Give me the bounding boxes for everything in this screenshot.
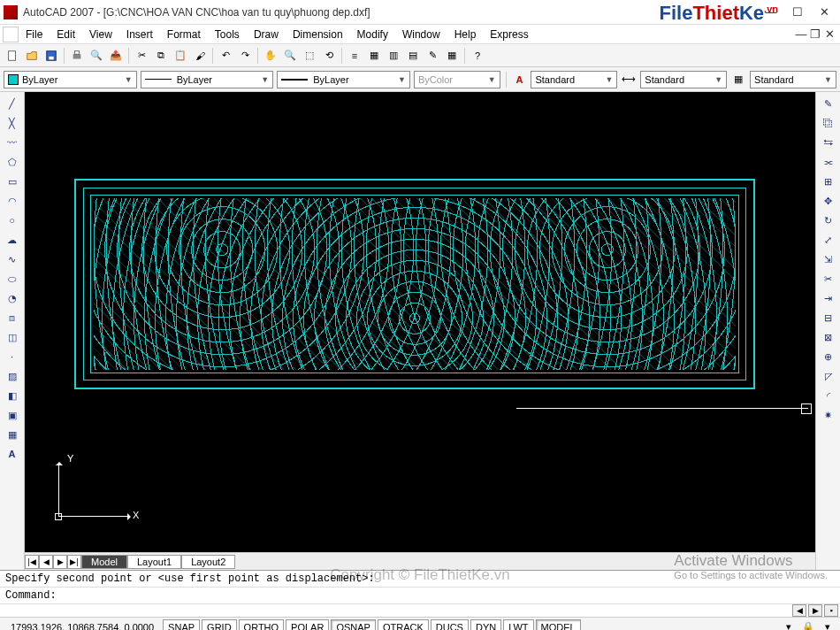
tab-model[interactable]: Model [81, 555, 127, 569]
app-menu-icon[interactable] [3, 27, 19, 42]
rectangle-icon[interactable]: ▭ [4, 173, 21, 189]
cmd-scroll-right[interactable]: ▶ [808, 604, 822, 617]
menu-window[interactable]: Window [395, 27, 447, 42]
doc-close-button[interactable]: ✕ [824, 29, 835, 40]
status-annotation-icon[interactable]: ▾ [780, 618, 798, 631]
status-toggle-grid[interactable]: GRID [202, 619, 237, 631]
tab-nav-next[interactable]: ▶ [53, 555, 67, 569]
line-icon[interactable]: ╱ [4, 96, 21, 111]
join-icon[interactable]: ⊕ [820, 349, 837, 365]
doc-restore-button[interactable]: ❐ [810, 29, 821, 40]
explode-icon[interactable]: ✷ [820, 407, 837, 423]
move-icon[interactable]: ✥ [820, 193, 837, 209]
new-icon[interactable] [4, 47, 21, 65]
tool-palettes-icon[interactable]: ▥ [385, 47, 402, 65]
dimstyle-combo[interactable]: Standard ▼ [640, 71, 727, 88]
pan-icon[interactable]: ✋ [262, 47, 279, 65]
menu-help[interactable]: Help [447, 27, 484, 42]
markup-icon[interactable]: ✎ [424, 47, 441, 65]
tablestyle-icon[interactable]: ▦ [730, 71, 746, 88]
fillet-icon[interactable]: ◜ [820, 388, 837, 403]
menu-draw[interactable]: Draw [247, 27, 286, 42]
status-toggle-ducs[interactable]: DUCS [431, 619, 469, 631]
menu-dimension[interactable]: Dimension [286, 27, 350, 42]
menu-format[interactable]: Format [160, 27, 208, 42]
polyline-icon[interactable]: 〰 [4, 134, 21, 150]
dimstyle-icon[interactable]: ⟷ [621, 71, 637, 88]
status-toggle-ortho[interactable]: ORTHO [239, 619, 285, 631]
menu-express[interactable]: Express [483, 27, 535, 42]
cmd-scroll-left[interactable]: ◀ [792, 604, 806, 617]
coordinate-readout[interactable]: 17993.1926, 10868.7584, 0.0000 [4, 622, 161, 631]
design-center-icon[interactable]: ▦ [365, 47, 383, 65]
zoom-previous-icon[interactable]: ⟲ [320, 47, 338, 65]
region-icon[interactable]: ▣ [4, 407, 21, 423]
minimize-button[interactable]: — [766, 7, 776, 18]
menu-edit[interactable]: Edit [50, 27, 82, 42]
status-tray-icon[interactable]: ▾ [819, 618, 836, 631]
textstyle-icon[interactable]: A [512, 71, 528, 88]
menu-file[interactable]: File [19, 27, 50, 42]
tab-layout2[interactable]: Layout2 [181, 555, 235, 569]
extend-icon[interactable]: ⇥ [820, 290, 837, 306]
spline-icon[interactable]: ∿ [4, 251, 21, 267]
polygon-icon[interactable]: ⬠ [4, 154, 21, 170]
match-prop-icon[interactable]: 🖌 [191, 47, 209, 65]
mtext-icon[interactable]: A [4, 446, 21, 462]
insert-block-icon[interactable]: ⧈ [4, 310, 21, 326]
plot-preview-icon[interactable]: 🔍 [88, 47, 105, 65]
ellipse-arc-icon[interactable]: ◔ [4, 290, 21, 306]
trim-icon[interactable]: ✂ [820, 271, 837, 287]
tab-nav-first[interactable]: |◀ [25, 555, 39, 569]
publish-icon[interactable]: 📤 [107, 47, 125, 65]
menu-view[interactable]: View [82, 27, 119, 42]
rotate-icon[interactable]: ↻ [820, 212, 837, 228]
hatch-icon[interactable]: ▨ [4, 368, 21, 384]
paste-icon[interactable]: 📋 [172, 47, 189, 65]
gradient-icon[interactable]: ◧ [4, 388, 21, 403]
status-toggle-lwt[interactable]: LWT [503, 619, 533, 631]
undo-icon[interactable]: ↶ [217, 47, 234, 65]
command-prompt[interactable]: Command: [0, 588, 840, 604]
stretch-icon[interactable]: ⇲ [820, 251, 837, 267]
tablestyle-combo[interactable]: Standard ▼ [750, 71, 836, 88]
tab-layout1[interactable]: Layout1 [127, 555, 181, 569]
quickcalc-icon[interactable]: ▦ [443, 47, 461, 65]
menu-tools[interactable]: Tools [208, 27, 247, 42]
mirror-icon[interactable]: ⮀ [820, 134, 837, 150]
status-toggle-dyn[interactable]: DYN [470, 619, 501, 631]
offset-icon[interactable]: ⫘ [820, 154, 837, 170]
status-toggle-otrack[interactable]: OTRACK [378, 619, 429, 631]
open-icon[interactable] [23, 47, 41, 65]
linetype-combo[interactable]: ByLayer ▼ [141, 71, 274, 88]
drawing-canvas[interactable]: Y X [25, 92, 815, 552]
zoom-realtime-icon[interactable]: 🔍 [281, 47, 299, 65]
command-window[interactable]: Specify second point or <use first point… [0, 570, 840, 617]
table-icon[interactable]: ▦ [4, 426, 21, 442]
copy-object-icon[interactable]: ⿻ [820, 115, 837, 131]
status-toggle-polar[interactable]: POLAR [286, 619, 329, 631]
point-icon[interactable]: · [4, 349, 21, 365]
make-block-icon[interactable]: ◫ [4, 329, 21, 345]
print-icon[interactable] [68, 47, 86, 65]
arc-icon[interactable]: ◠ [4, 193, 21, 209]
textstyle-combo[interactable]: Standard ▼ [531, 71, 617, 88]
break-at-point-icon[interactable]: ⊟ [820, 310, 837, 326]
maximize-button[interactable]: ☐ [792, 7, 803, 18]
plotstyle-combo[interactable]: ByColor ▼ [414, 71, 500, 88]
ellipse-icon[interactable]: ⬭ [4, 271, 21, 287]
erase-icon[interactable]: ✎ [820, 96, 837, 111]
chamfer-icon[interactable]: ◸ [820, 368, 837, 384]
tab-nav-prev[interactable]: ◀ [39, 555, 53, 569]
sheet-set-icon[interactable]: ▤ [404, 47, 422, 65]
menu-insert[interactable]: Insert [119, 27, 160, 42]
scale-icon[interactable]: ⤢ [820, 232, 837, 248]
array-icon[interactable]: ⊞ [820, 173, 837, 189]
redo-icon[interactable]: ↷ [236, 47, 254, 65]
status-toggle-model[interactable]: MODEL [536, 619, 581, 631]
menu-modify[interactable]: Modify [350, 27, 395, 42]
revision-cloud-icon[interactable]: ☁ [4, 232, 21, 248]
cut-icon[interactable]: ✂ [133, 47, 150, 65]
circle-icon[interactable]: ○ [4, 212, 21, 228]
close-button[interactable]: ✕ [819, 7, 829, 18]
